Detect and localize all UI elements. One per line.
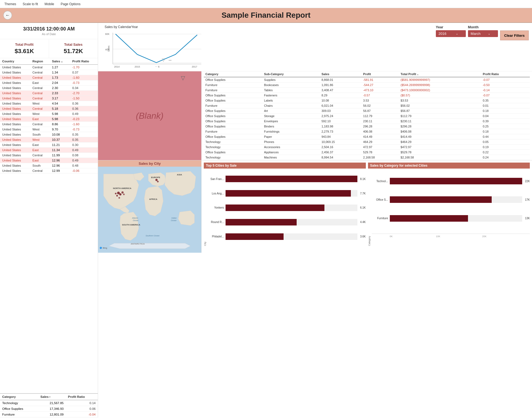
country-cell[interactable]: United States [0, 153, 30, 158]
svg-text:Sales: Sales [107, 45, 110, 52]
map-svg: NORTH AMERICA EUROPE ASIA AFRICA SOUTH A… [98, 167, 201, 252]
top5-bars: San Fran... 8.1K Los Ang... [208, 170, 366, 246]
table-row: Office SuppliesStorage2,975.24112.79$112… [204, 114, 530, 119]
country-cell[interactable]: United States [0, 96, 30, 101]
data-cell: $414.49 [399, 134, 481, 139]
month-filter-group: Month March ⌄ [468, 25, 498, 37]
country-cell[interactable]: United States [0, 122, 30, 127]
data-cell: 230.11 [361, 119, 399, 124]
country-cell[interactable]: United States [0, 163, 30, 168]
sales-cell: 1.34 [50, 70, 70, 75]
cat-col-sales[interactable]: Sales▼ [38, 394, 66, 400]
cat-bar-value-tech: 22K [525, 180, 530, 183]
data-cell: Furnishings [262, 129, 320, 134]
bar-value-sanfran: 8.1K [360, 178, 366, 181]
profit-ratio-cell: -1.50 [70, 96, 98, 101]
region-cell: Central [30, 122, 50, 127]
total-profit-cell: Total Profit $3.61K [0, 39, 49, 58]
bar-label-philadel: Philadel... [208, 235, 224, 238]
bar-value-round: 4.4K [360, 221, 366, 224]
data-cell: Chairs [262, 103, 320, 108]
dt-col-sales[interactable]: Sales [320, 71, 361, 77]
clear-filters-button[interactable]: Clear Filters [500, 30, 529, 40]
country-cell[interactable]: United States [0, 70, 30, 75]
data-cell: 0.25 [481, 124, 530, 129]
year-dropdown-arrow: ⌄ [456, 32, 458, 35]
data-cell: $464.29 [399, 139, 481, 145]
country-cell[interactable]: United States [0, 142, 30, 148]
category-chart-title: Sales by Category for selected Cities [368, 163, 530, 169]
dt-col-profit[interactable]: Profit [361, 71, 399, 77]
col-profit-ratio[interactable]: Profit Ratio [70, 58, 98, 65]
back-button[interactable]: ← [3, 11, 12, 20]
date-value: 3/31/2016 12:00:00 AM [4, 26, 93, 32]
profit-ratio-cell: -1.70 [70, 65, 98, 70]
data-cell: $296.28 [399, 124, 481, 129]
category-name-cell[interactable]: Technology [0, 400, 38, 406]
country-cell[interactable]: United States [0, 91, 30, 96]
data-table-section: Category Sub-Category Sales Profit Total… [202, 71, 532, 160]
svg-text:NORTH AMERICA: NORTH AMERICA [113, 187, 132, 190]
category-name-cell[interactable]: Furniture [0, 412, 38, 417]
data-cell: Art [262, 108, 320, 114]
top5-y-axis-label: City [204, 170, 206, 246]
country-cell[interactable]: United States [0, 75, 30, 80]
col-region[interactable]: Region [30, 58, 50, 65]
report-title: Sample Financial Report [3, 11, 529, 20]
country-cell[interactable]: United States [0, 80, 30, 86]
table-row: FurnitureChairs6,021.0456.02$56.020.01 [204, 103, 530, 108]
country-cell[interactable]: United States [0, 101, 30, 106]
toolbar-themes[interactable]: Themes [4, 2, 16, 6]
month-filter-label: Month [468, 25, 498, 29]
category-profit-cell: 0.14 [66, 400, 98, 406]
profit-ratio-cell: 0.37 [70, 70, 98, 75]
toolbar-page-options[interactable]: Page Options [61, 2, 81, 6]
country-cell[interactable]: United States [0, 137, 30, 142]
country-cell[interactable]: United States [0, 158, 30, 163]
category-name-cell[interactable]: Office Supplies [0, 406, 38, 412]
country-cell[interactable]: United States [0, 127, 30, 132]
data-cell: 472.97 [361, 145, 399, 150]
data-cell: Binders [262, 124, 320, 129]
bar-track-losang [226, 190, 357, 197]
dt-col-category[interactable]: Category [204, 71, 262, 77]
region-cell: East [30, 148, 50, 153]
country-cell[interactable]: United States [0, 106, 30, 111]
country-cell[interactable]: United States [0, 132, 30, 137]
cat-bar-row-office: Office S... 17K [372, 196, 530, 203]
year-filter-dropdown[interactable]: 2016 ⌄ [436, 30, 466, 37]
cat-bar-track-tech [390, 178, 522, 184]
col-sales[interactable]: Sales▲ [50, 58, 70, 65]
month-filter-dropdown[interactable]: March ⌄ [468, 30, 498, 37]
country-cell[interactable]: United States [0, 111, 30, 117]
country-cell[interactable]: United States [0, 148, 30, 153]
cat-bar-fill-tech [390, 178, 522, 184]
bar-label-round: Round R... [208, 221, 224, 224]
cat-col-profit[interactable]: Profit Ratio [66, 394, 98, 400]
col-country[interactable]: Country [0, 58, 30, 65]
filter-icon: ▽ [181, 75, 185, 81]
cat-col-category[interactable]: Category [0, 394, 38, 400]
profit-ratio-cell: -1.60 [70, 75, 98, 80]
dt-col-subcategory[interactable]: Sub-Category [262, 71, 320, 77]
sales-cell: 9.70 [50, 127, 70, 132]
country-cell[interactable]: United States [0, 117, 30, 122]
country-cell[interactable]: United States [0, 168, 30, 173]
filter-area: Year 2016 ⌄ Month March ⌄ Clear Filte [209, 25, 529, 40]
dt-col-profit-ratio[interactable]: Profit Ratio [481, 71, 530, 77]
table-row: Office SuppliesEnvelopes592.10230.11$230… [204, 119, 530, 124]
profit-ratio-cell: 0.36 [70, 101, 98, 106]
data-cell: $56.02 [399, 103, 481, 108]
dt-col-total-profit[interactable]: Total Profit▲ [399, 71, 481, 77]
sales-cell: 1.73 [50, 75, 70, 80]
toolbar-scale[interactable]: Scale to fit [23, 2, 38, 6]
data-cell: 0.04 [481, 114, 530, 119]
region-cell: South [30, 163, 50, 168]
category-table: Category Sales▼ Profit Ratio Technology … [0, 394, 98, 417]
country-table-wrap: Country Region Sales▲ Profit Ratio Unite… [0, 58, 98, 393]
country-cell[interactable]: United States [0, 86, 30, 91]
country-cell[interactable]: United States [0, 65, 30, 70]
sales-cell: 4.54 [50, 101, 70, 106]
profit-ratio-cell: -0.23 [70, 117, 98, 122]
toolbar-mobile[interactable]: Mobile [44, 2, 54, 6]
